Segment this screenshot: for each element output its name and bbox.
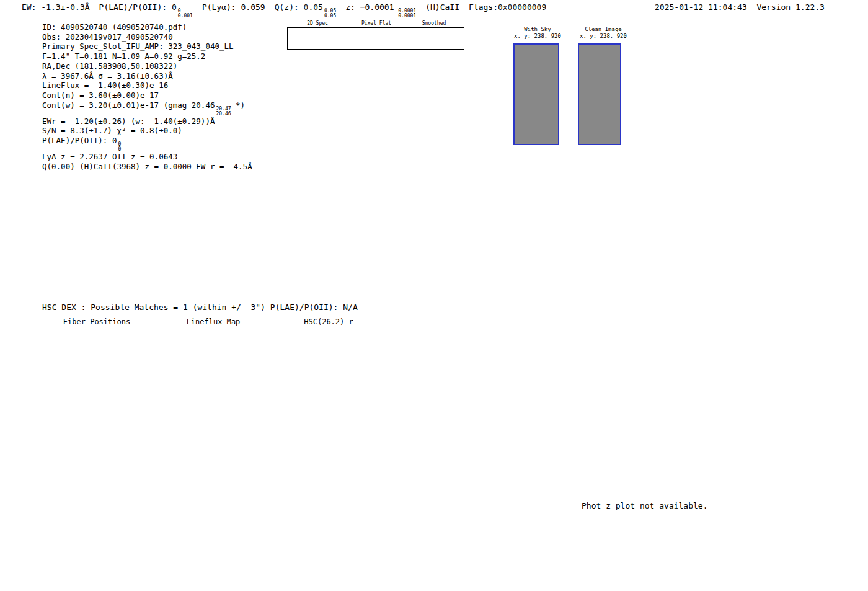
- info-line-text: Cont(w) = 3.20(±0.01)e-17 (gmag 20.46: [42, 100, 215, 110]
- header-segment: Q(z): 0.050.050.05: [275, 2, 337, 12]
- elixer-report-page: EW: -1.3±-0.3ÅP(LAE)/P(OII): 000.001P(Ly…: [0, 0, 868, 591]
- lineflux-map-panel: [153, 326, 261, 442]
- info-line-text: P(LAE)/P(OII): 0: [42, 136, 117, 145]
- with-sky-title-text: With Sky: [503, 26, 572, 33]
- info-line: λ = 3967.6Å σ = 3.16(±0.63)Å: [42, 71, 252, 81]
- info-line: Cont(n) = 3.60(±0.00)e-17: [42, 91, 252, 100]
- header-segment-text: P(Lyα): 0.059: [202, 2, 265, 12]
- info-line: Primary Spec_Slot_IFU_AMP: 323_043_040_L…: [42, 42, 252, 51]
- stacked-fraction: 00: [118, 142, 121, 152]
- header-segment-text: P(LAE)/P(OII): 0: [99, 2, 177, 12]
- info-line-tail: *): [231, 100, 246, 110]
- fraction-sub: 20.46: [216, 112, 231, 117]
- report-version: Version 1.22.3: [756, 2, 825, 12]
- header-segment-text: (H)CaII: [425, 2, 459, 12]
- lineflux-map-title: Lineflux Map: [187, 318, 241, 326]
- info-line-text: Obs: 20230419v017_4090520740: [42, 32, 173, 42]
- clean-image-title: Clean Image x, y: 238, 920: [569, 26, 637, 40]
- info-line-text: LineFlux = -1.40(±0.30)e-16: [42, 81, 168, 90]
- photz-note: Phot z plot not available.: [582, 501, 708, 510]
- clean-image-xy: x, y: 238, 920: [569, 33, 637, 40]
- with-sky-image: [513, 43, 559, 145]
- info-line-text: ID: 4090520740 (4090520740.pdf): [42, 22, 187, 32]
- info-line-text: EWr = -1.20(±0.26) (w: -1.40(±0.29))Å: [42, 117, 215, 126]
- info-line: Obs: 20230419v017_4090520740: [42, 32, 252, 42]
- info-line-text: Cont(n) = 3.60(±0.00)e-17: [42, 91, 159, 100]
- clean-image-noise: [579, 45, 620, 144]
- info-line-text: S/N = 8.3(±1.7) χ² = 0.8(±0.0): [42, 126, 182, 135]
- header-segment: Flags:0x00000009: [469, 2, 546, 12]
- info-line: Cont(w) = 3.20(±0.01)e-17 (gmag 20.4620.…: [42, 100, 252, 117]
- info-line: EWr = -1.20(±0.26) (w: -1.40(±0.29))Å: [42, 117, 252, 127]
- header-segment: (H)CaII: [425, 2, 459, 12]
- header-segment: P(LAE)/P(OII): 000.001: [99, 2, 193, 12]
- with-sky-noise: [515, 45, 558, 144]
- info-line-text: λ = 3967.6Å σ = 3.16(±0.63)Å: [42, 71, 173, 81]
- info-line-text: RA,Dec (181.583908,50.108322): [42, 61, 177, 71]
- info-line: S/N = 8.3(±1.7) χ² = 0.8(±0.0): [42, 126, 252, 136]
- fraction-sub: 0.001: [178, 14, 193, 19]
- info-line: F=1.4" T=0.181 N=1.09 A=0.92 g=25.2: [42, 51, 252, 61]
- clean-image-title-text: Clean Image: [569, 26, 637, 33]
- clean-image-image: [578, 43, 621, 145]
- info-line-text: LyA z = 2.2637 OII z = 0.0643: [42, 152, 177, 161]
- header-segment-text: z: −0.0001: [345, 2, 394, 12]
- hsc-match-title: HSC-DEX : Possible Matches = 1 (within +…: [42, 303, 358, 312]
- cutout-column-header: Pixel Flat: [361, 20, 391, 26]
- info-line: ID: 4090520740 (4090520740.pdf): [42, 22, 252, 32]
- cutout-column-header: Smoothed: [422, 20, 446, 26]
- header-meta: 2025-01-12 11:04:43 Version 1.22.3: [655, 2, 825, 12]
- fiber-positions-panel: [36, 326, 144, 442]
- cutout-row-weighted-sum: [287, 27, 464, 50]
- header-segment: EW: -1.3±-0.3Å: [22, 2, 90, 12]
- fraction-sub: 0: [118, 147, 121, 152]
- hsc-r-title: HSC(26.2) r: [304, 318, 353, 326]
- header-segment-text: Flags:0x00000009: [469, 2, 546, 12]
- info-line: LyA z = 2.2637 OII z = 0.0643: [42, 152, 252, 162]
- header-segment-text: EW: -1.3±-0.3Å: [22, 2, 90, 12]
- header-segment: P(Lyα): 0.059: [202, 2, 265, 12]
- info-line-text: F=1.4" T=0.181 N=1.09 A=0.92 g=25.2: [42, 51, 205, 61]
- cutout-column-header: 2D Spec: [307, 20, 328, 26]
- info-line: LineFlux = -1.40(±0.30)e-16: [42, 81, 252, 91]
- line-fit-plot: [632, 28, 822, 149]
- header-summary: EW: -1.3±-0.3ÅP(LAE)/P(OII): 000.001P(Ly…: [22, 2, 556, 19]
- info-line: P(LAE)/P(OII): 000: [42, 136, 252, 152]
- header-segment-text: Q(z): 0.05: [275, 2, 323, 12]
- stacked-fraction: 20.4720.46: [216, 107, 231, 117]
- with-sky-title: With Sky x, y: 238, 920: [503, 26, 572, 40]
- report-datetime: 2025-01-12 11:04:43: [655, 2, 747, 12]
- fiber-positions-title: Fiber Positions: [63, 318, 130, 326]
- with-sky-xy: x, y: 238, 920: [503, 33, 572, 40]
- stacked-fraction: 00.001: [178, 9, 193, 19]
- full-spectrum-plot: [50, 169, 822, 288]
- info-line: RA,Dec (181.583908,50.108322): [42, 61, 252, 71]
- info-line-text: Primary Spec_Slot_IFU_AMP: 323_043_040_L…: [42, 42, 234, 51]
- hsc-r-panel: [268, 326, 376, 442]
- info-block: ID: 4090520740 (4090520740.pdf)Obs: 2023…: [42, 22, 252, 171]
- header-segment: z: −0.0001−0.0001−0.0001: [345, 2, 416, 12]
- spec-cutouts: 2D SpecPixel FlatSmoothed: [260, 17, 521, 160]
